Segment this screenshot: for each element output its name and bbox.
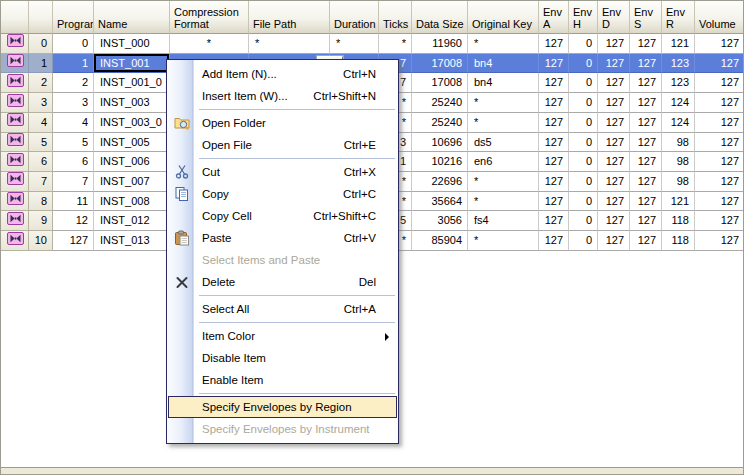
cell-name[interactable]: INST_007 (94, 172, 170, 192)
cell-data_size[interactable]: 10696 (412, 133, 468, 153)
cell-program[interactable]: 127 (53, 231, 94, 251)
cell-volume[interactable]: 127 (695, 152, 744, 172)
cell-name[interactable]: INST_006 (94, 152, 170, 172)
cell-env_d[interactable]: 127 (598, 133, 630, 153)
cell-env_a[interactable]: 127 (539, 54, 569, 74)
row-index-cell[interactable]: 0 (29, 34, 53, 54)
menu-item-delete[interactable]: DeleteDel (168, 271, 397, 293)
cell-name[interactable]: INST_012 (94, 211, 170, 231)
menu-item-add-item-n[interactable]: Add Item (N)...Ctrl+N (168, 63, 397, 85)
row-index-cell[interactable]: 1 (29, 54, 53, 74)
cell-name[interactable]: INST_001 (94, 54, 170, 74)
cell-original_key[interactable]: fs4 (468, 211, 539, 231)
cell-name[interactable]: INST_001_0 (94, 73, 170, 93)
menu-item-specify-envelopes-by-region[interactable]: Specify Envelopes by Region (168, 396, 397, 418)
cell-env_d[interactable]: 127 (598, 211, 630, 231)
column-header-volume[interactable]: Volume (695, 1, 744, 34)
cell-data_size[interactable]: 10216 (412, 152, 468, 172)
cell-env_r[interactable]: 98 (662, 172, 695, 192)
cell-env_h[interactable]: 0 (569, 34, 598, 54)
cell-env_s[interactable]: 127 (630, 231, 662, 251)
row-icon-cell[interactable] (1, 192, 29, 212)
cell-program[interactable]: 3 (53, 93, 94, 113)
row-index-cell[interactable]: 8 (29, 192, 53, 212)
row-icon-cell[interactable] (1, 172, 29, 192)
cell-original_key[interactable]: * (468, 93, 539, 113)
column-header-env_r[interactable]: EnvR (662, 1, 695, 34)
cell-env_a[interactable]: 127 (539, 172, 569, 192)
cell-original_key[interactable]: ds5 (468, 133, 539, 153)
row-icon-cell[interactable] (1, 231, 29, 251)
cell-original_key[interactable]: bn4 (468, 73, 539, 93)
cell-env_a[interactable]: 127 (539, 133, 569, 153)
menu-item-insert-item-w[interactable]: Insert Item (W)...Ctrl+Shift+N (168, 85, 397, 107)
cell-env_s[interactable]: 127 (630, 133, 662, 153)
cell-ticks[interactable]: * (379, 34, 412, 54)
cell-env_d[interactable]: 127 (598, 113, 630, 133)
cell-data_size[interactable]: 25240 (412, 113, 468, 133)
row-icon-cell[interactable] (1, 34, 29, 54)
column-header-env_a[interactable]: EnvA (539, 1, 569, 34)
row-icon-cell[interactable] (1, 93, 29, 113)
cell-original_key[interactable]: * (468, 192, 539, 212)
cell-env_a[interactable]: 127 (539, 34, 569, 54)
menu-item-paste[interactable]: PasteCtrl+V (168, 227, 397, 249)
row-index-cell[interactable]: 10 (29, 231, 53, 251)
menu-item-specify-envelopes-by-instrument[interactable]: Specify Envelopes by Instrument (168, 418, 397, 440)
menu-item-disable-item[interactable]: Disable Item (168, 347, 397, 369)
cell-data_size[interactable]: 22696 (412, 172, 468, 192)
cell-env_s[interactable]: 127 (630, 54, 662, 74)
cell-env_r[interactable]: 121 (662, 192, 695, 212)
cell-name[interactable]: INST_000 (94, 34, 170, 54)
column-header-env_d[interactable]: EnvD (598, 1, 630, 34)
cell-env_r[interactable]: 118 (662, 211, 695, 231)
cell-name[interactable]: INST_013 (94, 231, 170, 251)
cell-env_s[interactable]: 127 (630, 93, 662, 113)
cell-env_d[interactable]: 127 (598, 192, 630, 212)
cell-data_size[interactable]: 17008 (412, 54, 468, 74)
cell-name[interactable]: INST_008 (94, 192, 170, 212)
menu-item-open-folder[interactable]: Open Folder (168, 112, 397, 134)
cell-env_d[interactable]: 127 (598, 93, 630, 113)
cell-volume[interactable]: 127 (695, 93, 744, 113)
column-header-program[interactable]: Program (53, 1, 94, 34)
column-header-index[interactable] (29, 1, 53, 34)
column-header-duration[interactable]: Duration (330, 1, 379, 34)
cell-env_s[interactable]: 127 (630, 152, 662, 172)
cell-env_d[interactable]: 127 (598, 172, 630, 192)
cell-env_r[interactable]: 123 (662, 73, 695, 93)
cell-volume[interactable]: 127 (695, 211, 744, 231)
cell-program[interactable]: 4 (53, 113, 94, 133)
menu-item-select-items-and-paste[interactable]: Select Items and Paste (168, 249, 397, 271)
table-row[interactable]: 00INST_000****11960*1270127127121127 (1, 34, 743, 54)
cell-env_r[interactable]: 123 (662, 54, 695, 74)
menu-item-copy[interactable]: CopyCtrl+C (168, 183, 397, 205)
column-header-icon[interactable] (1, 1, 29, 34)
cell-original_key[interactable]: * (468, 113, 539, 133)
cell-volume[interactable]: 127 (695, 133, 744, 153)
cell-env_a[interactable]: 127 (539, 192, 569, 212)
cell-env_r[interactable]: 124 (662, 113, 695, 133)
cell-env_h[interactable]: 0 (569, 54, 598, 74)
cell-env_s[interactable]: 127 (630, 73, 662, 93)
row-index-cell[interactable]: 6 (29, 152, 53, 172)
cell-data_size[interactable]: 85904 (412, 231, 468, 251)
cell-env_d[interactable]: 127 (598, 231, 630, 251)
cell-env_h[interactable]: 0 (569, 152, 598, 172)
menu-item-open-file[interactable]: Open FileCtrl+E (168, 134, 397, 156)
cell-env_h[interactable]: 0 (569, 231, 598, 251)
cell-env_h[interactable]: 0 (569, 192, 598, 212)
row-index-cell[interactable]: 2 (29, 73, 53, 93)
cell-data_size[interactable]: 25240 (412, 93, 468, 113)
menu-item-select-all[interactable]: Select AllCtrl+A (168, 298, 397, 320)
cell-data_size[interactable]: 35664 (412, 192, 468, 212)
column-header-original_key[interactable]: Original Key (468, 1, 539, 34)
cell-volume[interactable]: 127 (695, 73, 744, 93)
cell-volume[interactable]: 127 (695, 54, 744, 74)
cell-env_d[interactable]: 127 (598, 73, 630, 93)
cell-program[interactable]: 2 (53, 73, 94, 93)
cell-env_h[interactable]: 0 (569, 211, 598, 231)
cell-env_h[interactable]: 0 (569, 113, 598, 133)
cell-program[interactable]: 12 (53, 211, 94, 231)
cell-env_a[interactable]: 127 (539, 93, 569, 113)
